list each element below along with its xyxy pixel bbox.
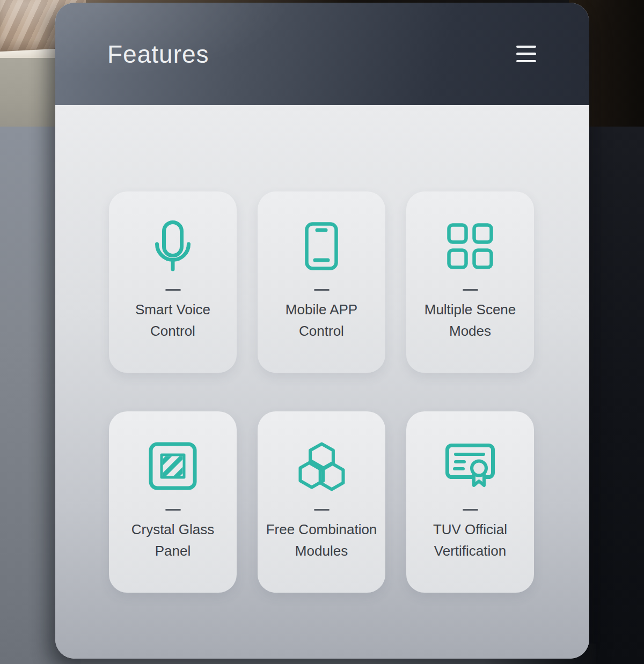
menu-button[interactable]	[516, 43, 536, 65]
hexagon-modules-icon	[297, 441, 347, 491]
certificate-icon	[445, 444, 495, 489]
feature-card-mobile-app-control: Mobile APP Control	[258, 191, 385, 373]
features-screen: Features Smart Voice	[0, 0, 644, 664]
feature-card-tuv-official-vertification: TUV Official Vertification	[406, 411, 534, 593]
feature-card-crystal-glass-panel: Crystal Glass Panel	[109, 411, 237, 593]
divider-dash	[314, 509, 330, 511]
feature-label: Crystal Glass Panel	[131, 519, 215, 562]
feature-label: Mobile APP Control	[286, 299, 357, 342]
feature-card-smart-voice-control: Smart Voice Control	[109, 191, 237, 373]
microphone-icon	[155, 220, 191, 272]
page-title: Features	[107, 40, 209, 69]
panel-header: Features	[55, 3, 589, 105]
features-panel: Features Smart Voice	[55, 3, 589, 659]
feature-label: TUV Official Vertification	[433, 519, 507, 562]
feature-label: Smart Voice Control	[135, 299, 210, 342]
feature-card-free-combination-modules: Free Combination Modules	[258, 411, 385, 593]
divider-dash	[165, 289, 181, 291]
divider-dash	[463, 289, 478, 291]
feature-card-multiple-scene-modes: Multiple Scene Modes	[406, 191, 534, 373]
divider-dash	[165, 509, 181, 511]
divider-dash	[463, 509, 478, 511]
smartphone-icon	[305, 222, 338, 270]
divider-dash	[314, 289, 330, 291]
feature-cards-grid: Smart Voice Control Mobile APP Control	[109, 191, 535, 593]
hamburger-menu-icon	[516, 46, 536, 48]
feature-label: Free Combination Modules	[266, 519, 377, 562]
grid-squares-icon	[447, 223, 493, 269]
glass-panel-icon	[149, 442, 197, 490]
feature-label: Multiple Scene Modes	[425, 299, 516, 342]
